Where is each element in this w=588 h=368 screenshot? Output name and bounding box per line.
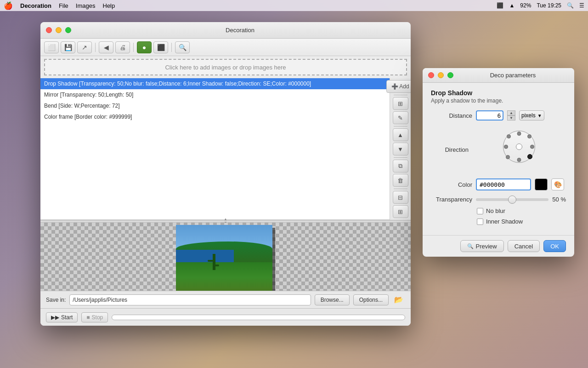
side-down-btn[interactable]: ▼ <box>393 143 408 155</box>
menubar-right: ⬛ ▲ 92% Tue 19:25 🔍 ☰ <box>497 2 584 9</box>
side-expand-btn[interactable]: ⊞ <box>393 205 408 218</box>
direction-compass[interactable] <box>498 126 540 167</box>
distance-input[interactable] <box>476 110 503 121</box>
stop-button[interactable]: ■ Stop <box>81 312 108 322</box>
menubar-decoration[interactable]: Decoration <box>20 2 51 9</box>
add-effect-btn[interactable]: ➕ Add <box>386 80 411 93</box>
distance-up[interactable]: ▲ <box>507 110 515 115</box>
transparency-slider[interactable] <box>476 198 548 201</box>
window-close[interactable] <box>46 27 52 33</box>
toolbar-export[interactable]: ↗ <box>77 41 92 53</box>
window-titlebar: Decoration <box>40 22 411 39</box>
toolbar-sep3 <box>171 43 172 52</box>
apple-menu[interactable]: 🍎 <box>4 1 13 10</box>
unit-select-arrow: ▼ <box>537 113 542 118</box>
color-input[interactable] <box>476 178 531 190</box>
effect-item-1[interactable]: Mirror [Transparency: 50;Length: 50] <box>40 89 390 100</box>
menubar-file[interactable]: File <box>59 2 68 9</box>
preview-icon: 🔍 <box>467 243 474 249</box>
toolbar-save[interactable]: 💾 <box>61 41 75 53</box>
toolbar-print[interactable]: 🖨 <box>115 41 130 53</box>
deco-window: Deco parameters Drop Shadow Apply a shad… <box>423 68 574 257</box>
add-label: Add <box>399 83 409 90</box>
side-sep4 <box>394 189 407 189</box>
compass-dot-sw[interactable] <box>506 155 510 159</box>
window-minimize[interactable] <box>56 27 62 33</box>
menubar-help[interactable]: Help <box>103 2 115 9</box>
side-buttons: ➕ Add ⊞ ✎ ▲ ▼ ⧉ 🗑 ⊟ ⊞ <box>390 78 411 220</box>
start-label: Start <box>61 314 73 321</box>
drop-zone[interactable]: Click here to add images or drop images … <box>44 59 407 75</box>
toolbar-settings[interactable]: ⬛ <box>153 41 168 53</box>
direction-label: Direction <box>431 146 472 153</box>
effect-item-3[interactable]: Color frame [Border color: #999999] <box>40 111 390 122</box>
no-blur-label: No blur <box>486 207 505 214</box>
effect-item-2[interactable]: Bend [Side: W;Percentage: 72] <box>40 100 390 111</box>
app-window: Decoration ⬜ 💾 ↗ ◀ 🖨 ● ⬛ 🔍 Click here to… <box>40 22 411 326</box>
preview-label: Preview <box>475 243 497 250</box>
start-button[interactable]: ▶▶ Start <box>46 312 78 322</box>
distance-down[interactable]: ▼ <box>507 115 515 121</box>
side-contract-btn[interactable]: ⊟ <box>393 191 408 204</box>
browse-button[interactable]: Browse... <box>315 294 350 305</box>
compass-dot-s[interactable] <box>517 158 521 162</box>
compass-dot-n[interactable] <box>517 132 521 136</box>
inner-shadow-row: Inner Shadow <box>477 218 566 225</box>
preview-image <box>176 225 272 291</box>
stop-label: Stop <box>92 314 103 321</box>
window-title: Decoration <box>75 27 405 34</box>
compass-dot-w[interactable] <box>504 145 508 149</box>
compass-dot-se[interactable] <box>527 154 532 159</box>
effect-item-0[interactable]: Drop Shadow [Transparency: 50;No blur: f… <box>40 78 390 89</box>
deco-close[interactable] <box>428 72 434 78</box>
toolbar-back[interactable]: ◀ <box>99 41 113 53</box>
startstop-bar: ▶▶ Start ■ Stop <box>40 308 411 326</box>
preview-button[interactable]: 🔍 Preview <box>460 240 503 252</box>
drop-zone-text: Click here to add images or drop images … <box>165 64 286 71</box>
color-swatch-btn[interactable] <box>535 178 548 190</box>
color-picker-btn[interactable]: 🎨 <box>551 178 564 190</box>
spotlight-icon[interactable]: 🔍 <box>567 2 574 9</box>
deco-content: Drop Shadow Apply a shadow to the image.… <box>423 83 574 235</box>
cancel-button[interactable]: Cancel <box>508 240 540 252</box>
inner-shadow-checkbox[interactable] <box>477 218 483 225</box>
wifi-icon: ▲ <box>509 2 514 9</box>
save-path-input[interactable] <box>69 294 311 305</box>
side-sep3 <box>394 157 407 158</box>
ok-button[interactable]: OK <box>543 240 566 252</box>
color-row: Color 🎨 <box>431 178 566 190</box>
control-center-icon[interactable]: ☰ <box>579 2 584 9</box>
add-icon: ➕ <box>391 83 398 90</box>
transparency-value: 50 % <box>552 196 566 203</box>
toolbar-preview[interactable]: ● <box>137 41 152 53</box>
side-copy-btn[interactable]: ⧉ <box>393 160 408 172</box>
side-up-btn[interactable]: ▲ <box>393 128 408 141</box>
distance-row: Distance ▲ ▼ pixels ▼ <box>431 110 566 121</box>
deco-maximize[interactable] <box>447 72 453 78</box>
menubar: 🍎 Decoration File Images Help ⬛ ▲ 92% Tu… <box>0 0 588 11</box>
menubar-images[interactable]: Images <box>76 2 96 9</box>
no-blur-checkbox[interactable] <box>477 208 483 214</box>
side-edit-btn[interactable]: ✎ <box>393 111 408 124</box>
landscape-scene <box>176 225 272 291</box>
preview-image-container <box>174 223 279 291</box>
stop-icon: ■ <box>86 314 90 321</box>
compass-dot-ne[interactable] <box>527 134 531 138</box>
compass-dot-nw[interactable] <box>507 134 511 138</box>
toolbar-import[interactable]: ⬜ <box>44 41 59 53</box>
dropbox-icon[interactable]: ⬛ <box>497 2 503 9</box>
side-delete-btn[interactable]: 🗑 <box>393 174 408 187</box>
options-button[interactable]: Options... <box>353 294 389 305</box>
deco-footer: 🔍 Preview Cancel OK <box>423 235 574 257</box>
toolbar-zoom[interactable]: 🔍 <box>175 41 190 53</box>
window-maximize[interactable] <box>65 27 71 33</box>
side-sep1 <box>394 95 407 95</box>
deco-minimize[interactable] <box>438 72 444 78</box>
folder-open-button[interactable]: 📂 <box>392 294 405 305</box>
deco-section-title: Drop Shadow <box>431 89 566 97</box>
compass-dot-e[interactable] <box>530 145 534 149</box>
content-area: Drop Shadow [Transparency: 50;No blur: f… <box>40 78 411 291</box>
preview-area <box>40 223 411 291</box>
unit-select[interactable]: pixels ▼ <box>519 110 544 121</box>
side-duplicate-btn[interactable]: ⊞ <box>393 97 408 110</box>
